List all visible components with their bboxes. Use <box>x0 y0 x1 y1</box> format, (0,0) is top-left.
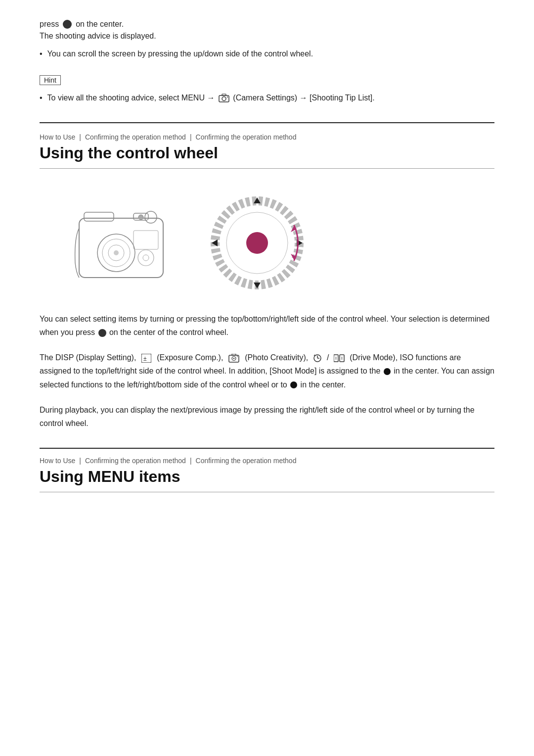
breadcrumb-sep1: | <box>79 133 81 141</box>
svg-text:±: ± <box>143 355 147 362</box>
diagram-area <box>69 193 494 292</box>
section1-title: Using the control wheel <box>40 144 494 162</box>
breadcrumb-2: How to Use | Confirming the operation me… <box>40 457 494 465</box>
svg-point-18 <box>246 232 268 254</box>
section2-top-divider <box>40 448 494 449</box>
section2-title: Using MENU items <box>40 468 494 486</box>
svg-rect-2 <box>222 94 226 95</box>
top-divider <box>40 122 494 123</box>
body-text-1: You can select setting items by turning … <box>40 312 494 339</box>
breadcrumb2-part1: How to Use <box>40 457 75 465</box>
svg-point-12 <box>138 215 143 220</box>
menu-items-section: How to Use | Confirming the operation me… <box>40 457 494 492</box>
svg-rect-13 <box>134 231 158 249</box>
scroll-bullet-list: You can scroll the screen by pressing th… <box>40 47 494 60</box>
shooting-advice-text: The shooting advice is displayed. <box>40 32 494 41</box>
hint-content: To view all the shooting advice, select … <box>40 91 494 104</box>
svg-rect-3 <box>227 96 228 97</box>
center-btn-inline-2 <box>384 368 391 375</box>
continuous-icon <box>334 354 345 363</box>
camera-settings-icon <box>219 94 229 102</box>
breadcrumb-1: How to Use | Confirming the operation me… <box>40 133 494 141</box>
scroll-bullet-item: You can scroll the screen by pressing th… <box>40 47 494 60</box>
camera-diagram <box>69 198 178 287</box>
breadcrumb-part2: Confirming the operation method <box>85 133 186 141</box>
body-text-2: The DISP (Display Setting), ± (Exposure … <box>40 351 494 391</box>
breadcrumb-part3: Confirming the operation method <box>196 133 297 141</box>
hint-text: To view all the shooting advice, select … <box>47 91 375 104</box>
press-suffix: on the center. <box>76 20 124 29</box>
control-wheel-diagram <box>208 193 307 292</box>
svg-point-15 <box>143 255 149 261</box>
body-text-3: During playback, you can display the nex… <box>40 403 494 430</box>
title-underline-2 <box>40 492 494 492</box>
breadcrumb-sep2: | <box>190 133 192 141</box>
svg-rect-5 <box>84 212 114 221</box>
svg-point-9 <box>114 250 119 255</box>
press-line: press on the center. <box>40 20 494 29</box>
breadcrumb2-sep1: | <box>79 457 81 465</box>
title-underline-1 <box>40 168 494 169</box>
hint-label: Hint <box>40 75 61 85</box>
svg-point-1 <box>222 97 226 101</box>
drive-mode-icon <box>313 354 322 363</box>
breadcrumb2-sep2: | <box>190 457 192 465</box>
svg-rect-29 <box>232 354 236 355</box>
svg-point-11 <box>145 211 157 223</box>
photo-creativity-icon <box>228 354 239 363</box>
exposure-comp-icon: ± <box>141 354 151 363</box>
breadcrumb2-part2: Confirming the operation method <box>85 457 186 465</box>
control-wheel-section: How to Use | Confirming the operation me… <box>40 133 494 492</box>
center-btn-inline-1 <box>98 329 106 337</box>
page-container: press on the center. The shooting advice… <box>0 0 534 522</box>
svg-rect-4 <box>79 218 163 278</box>
breadcrumb-part1: How to Use <box>40 133 75 141</box>
hint-section: Hint To view all the shooting advice, se… <box>40 75 494 104</box>
top-section: press on the center. The shooting advice… <box>40 20 494 60</box>
svg-point-14 <box>138 250 154 266</box>
hint-item-1: To view all the shooting advice, select … <box>40 91 494 104</box>
center-btn-inline-3 <box>290 381 297 388</box>
press-label: press <box>40 20 59 29</box>
breadcrumb2-part3: Confirming the operation method <box>196 457 297 465</box>
svg-marker-20 <box>254 283 261 288</box>
center-button-icon <box>63 20 72 29</box>
